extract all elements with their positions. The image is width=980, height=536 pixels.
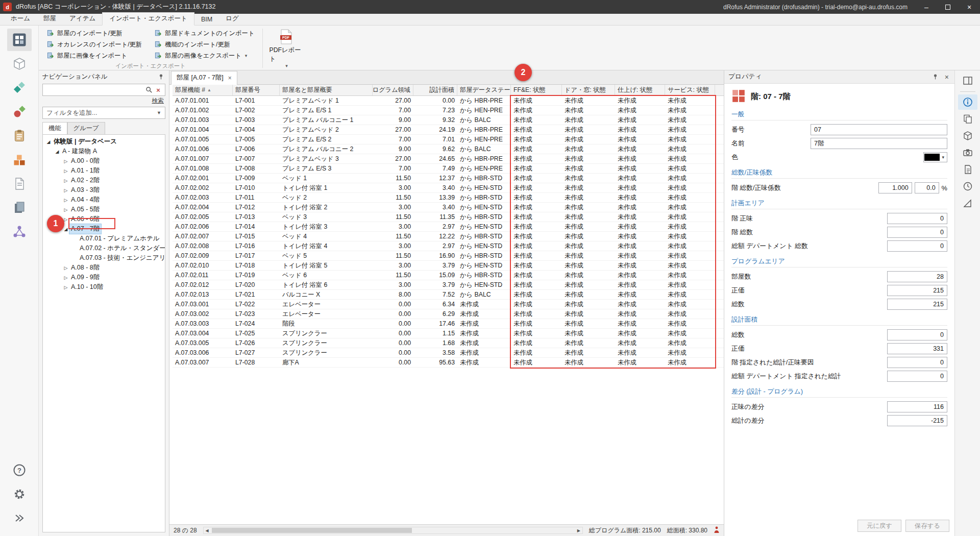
- table-row[interactable]: A.07.02.009L7-017ベッド 511.5016.90から HBR-S…: [173, 251, 724, 261]
- prop-input-floor-designed-factor[interactable]: [887, 357, 947, 368]
- menu-tab-items[interactable]: アイテム: [63, 13, 102, 25]
- nav-tab-functions[interactable]: 機能: [42, 122, 67, 134]
- column-header-room-data-status[interactable]: 部屋データステータス: [457, 85, 511, 95]
- tree-item-a08[interactable]: ▷A.08 - 8階: [43, 263, 165, 273]
- prop-input-number[interactable]: [811, 124, 947, 135]
- column-header-room-name[interactable]: 部屋名と部屋概要: [280, 85, 373, 95]
- prop-input-design-net[interactable]: [887, 343, 947, 354]
- tree-expander-icon[interactable]: ▷: [62, 285, 69, 290]
- search-link[interactable]: 検索: [44, 97, 164, 105]
- save-button[interactable]: 保存する: [905, 520, 949, 532]
- sidebar-occurrences-icon[interactable]: [7, 101, 32, 123]
- prop-input-floor-gross[interactable]: [887, 227, 947, 238]
- help-icon[interactable]: ?: [7, 459, 32, 481]
- table-row[interactable]: A.07.01.003L7-003プレミアム バルコニー 19.009.32から…: [173, 115, 724, 125]
- menu-tab-bim[interactable]: BIM: [194, 14, 219, 25]
- tree-item-a03[interactable]: ▷A.03 - 3階: [43, 185, 165, 195]
- sidebar-products-icon[interactable]: [7, 149, 32, 171]
- table-row[interactable]: A.07.02.012L7-020トイレ付 浴室 63.003.79から HEN…: [173, 280, 724, 290]
- table-row[interactable]: A.07.02.007L7-015ベッド 411.5012.22から HBR-S…: [173, 232, 724, 241]
- minimize-button[interactable]: –: [916, 0, 937, 14]
- color-picker[interactable]: ▾: [923, 152, 947, 162]
- maximize-button[interactable]: [937, 0, 959, 14]
- prop-input-design-gross[interactable]: [887, 329, 947, 340]
- column-header-design-area[interactable]: 設計面積: [413, 85, 457, 95]
- tree-expander-icon[interactable]: ▷: [62, 265, 69, 271]
- pin-icon[interactable]: [931, 72, 940, 82]
- table-row[interactable]: A.07.03.002L7-023エレベーター0.006.29未作成未作成未作成…: [173, 309, 724, 319]
- tree-expander-icon[interactable]: ▷: [62, 168, 69, 174]
- prop-input-net-difference[interactable]: [887, 401, 947, 412]
- clear-search-icon[interactable]: ×: [154, 86, 163, 94]
- tree-expander-icon[interactable]: ▷: [62, 275, 69, 280]
- table-row[interactable]: A.07.03.003L7-024階段0.0017.46未作成未作成未作成未作成…: [173, 319, 724, 329]
- column-header-doors-windows-status[interactable]: ドア・窓: 状態: [562, 85, 615, 95]
- tree-item-a00[interactable]: ▷A.00 - 0階: [43, 156, 165, 166]
- color-swatch[interactable]: [924, 154, 940, 161]
- scroll-right-icon[interactable]: ▶: [575, 528, 582, 533]
- table-row[interactable]: A.07.01.004L7-004プレミアムベッド 227.0024.19から …: [173, 125, 724, 135]
- ribbon-button-import-room-documents[interactable]: 部屋ドキュメントのインポート: [151, 28, 258, 39]
- copy-icon[interactable]: [958, 111, 977, 127]
- tree-item-a0701[interactable]: A.07.01 - プレミアムホテル: [43, 234, 165, 243]
- tree-item-root[interactable]: ◢体験版 | データベース: [43, 137, 165, 147]
- pdf-report-button[interactable]: PDF PDFレポート ▾: [267, 28, 306, 70]
- column-header-room-number[interactable]: 部屋番号: [233, 85, 280, 95]
- tree-expander-icon[interactable]: ▷: [62, 159, 69, 164]
- table-row[interactable]: A.07.02.013L7-021バルコニー X8.007.52から BALC未…: [173, 290, 724, 300]
- scrollbar-thumb[interactable]: [212, 528, 412, 533]
- add-filter-dropdown[interactable]: フィルタを追加... ▼: [42, 107, 165, 119]
- prop-input-floor-net[interactable]: [887, 213, 947, 224]
- panel-layout-icon[interactable]: [958, 73, 977, 88]
- prop-input-floor-gross-net-factor-percent[interactable]: [915, 182, 939, 193]
- menu-tab-home[interactable]: ホーム: [4, 13, 37, 25]
- column-header-ffe-status[interactable]: FF&E: 状態: [511, 85, 562, 95]
- tree-item-a07[interactable]: ◢A.07 - 7階: [43, 224, 165, 234]
- sidebar-documents-icon[interactable]: [7, 173, 32, 195]
- prop-input-program-net[interactable]: [887, 285, 947, 296]
- table-row[interactable]: A.07.01.005L7-005プレミアム E/S 27.007.01から H…: [173, 135, 724, 144]
- table-row[interactable]: A.07.02.001L7-009ベッド 111.5012.37から HBR-S…: [173, 174, 724, 183]
- undo-button[interactable]: 元に戻す: [857, 520, 901, 532]
- history-icon[interactable]: [958, 179, 977, 194]
- horizontal-scrollbar[interactable]: ◀ ▶: [203, 527, 583, 534]
- search-input[interactable]: [45, 86, 144, 93]
- settings-icon[interactable]: [7, 483, 32, 505]
- scroll-left-icon[interactable]: ◀: [204, 528, 211, 533]
- tree-expander-icon[interactable]: ▷: [62, 198, 69, 203]
- prop-input-floor-gross-net-factor-factor[interactable]: [878, 182, 912, 193]
- ribbon-button-export-room-images[interactable]: 部屋の画像をエクスポート▾: [151, 50, 258, 61]
- menu-tab-import-export[interactable]: インポート・エクスポート: [102, 12, 194, 26]
- sidebar-rooms-icon[interactable]: [7, 29, 32, 51]
- tree-item-a06[interactable]: ▷A.06 - 6階: [43, 214, 165, 224]
- table-row[interactable]: A.07.01.002L7-002プレミアム E/S 17.007.23から H…: [173, 106, 724, 115]
- info-icon[interactable]: [958, 94, 977, 110]
- tree-item-a09[interactable]: ▷A.09 - 9階: [43, 273, 165, 282]
- tree-item-a05[interactable]: ▷A.05 - 5階: [43, 205, 165, 214]
- column-header-services-status[interactable]: サービス: 状態: [665, 85, 715, 95]
- tree-item-a0702[interactable]: A.07.02 - ホテル・スタンダード: [43, 243, 165, 253]
- sidebar-items-icon[interactable]: [7, 77, 32, 99]
- table-row[interactable]: A.07.02.006L7-014トイレ付 浴室 33.002.97から HEN…: [173, 222, 724, 232]
- prop-input-dept-gross[interactable]: [887, 240, 947, 252]
- tree-item-a02[interactable]: ▷A.02 - 2階: [43, 176, 165, 185]
- close-tab-icon[interactable]: ×: [228, 75, 232, 82]
- table-row[interactable]: A.07.02.008L7-016トイレ付 浴室 43.002.97から HEN…: [173, 241, 724, 251]
- table-row[interactable]: A.07.02.003L7-011ベッド 211.5013.39から HBR-S…: [173, 193, 724, 203]
- rooms-document-tab[interactable]: 部屋 [A.07 - 7階] ×: [171, 71, 237, 85]
- sidebar-bim-model-icon[interactable]: [7, 53, 32, 75]
- document-icon[interactable]: [958, 162, 977, 177]
- close-panel-icon[interactable]: ×: [943, 73, 950, 81]
- table-row[interactable]: A.07.02.002L7-010トイレ付 浴室 13.003.40から HEN…: [173, 183, 724, 193]
- table-row[interactable]: A.07.03.004L7-025スプリンクラー0.001.15未作成未作成未作…: [173, 329, 724, 338]
- menu-tab-rooms[interactable]: 部屋: [37, 13, 63, 25]
- tree-expander-icon[interactable]: ▷: [62, 207, 69, 212]
- table-row[interactable]: A.07.01.001L7-001プレミアムベッド 127.000.00から H…: [173, 96, 724, 106]
- tree-expander-icon[interactable]: ▷: [62, 217, 69, 222]
- table-row[interactable]: A.07.01.006L7-006プレミアム バルコニー 29.009.62から…: [173, 144, 724, 154]
- scrollbar-track[interactable]: [211, 527, 575, 533]
- table-row[interactable]: A.07.02.010L7-018トイレ付 浴室 53.003.79から HEN…: [173, 261, 724, 271]
- table-row[interactable]: A.07.03.007L7-028廊下A0.0095.63未作成未作成未作成未作…: [173, 358, 724, 368]
- column-header-program-area[interactable]: プログラム領域: [373, 85, 413, 95]
- prop-input-gross-difference[interactable]: [887, 415, 947, 426]
